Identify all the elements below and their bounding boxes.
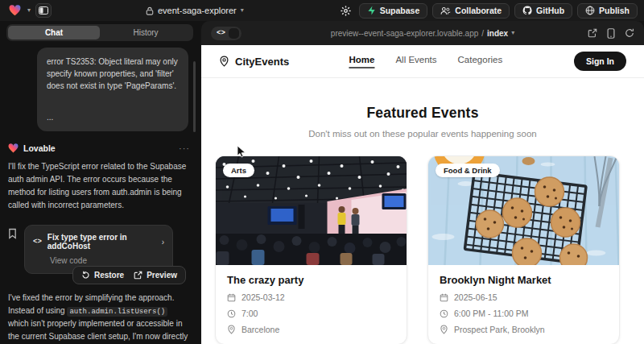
globe-icon [585,6,595,15]
code-edit-title-row: <> Fix type type error in addCoHost › [33,233,164,251]
event-card-body: The crazy party 2025-03-12 [216,265,407,344]
event-image-cookies: Food & Drink [428,156,619,265]
event-cards: Arts The crazy party 2025-03-12 [201,139,644,344]
settings-button[interactable] [338,2,354,19]
map-pin-icon [440,325,448,334]
calendar-icon [440,293,448,302]
user-error-text: error TS2353: Object literal may only sp… [47,56,179,92]
refresh-icon[interactable] [625,28,634,38]
event-time-row: 6:00 PM - 11:00 PM [440,309,608,318]
event-location: Prospect Park, Brooklyn [454,325,545,334]
code-edit-cardwrap: <> Fix type type error in addCoHost › Vi… [24,225,173,274]
chat-sidebar: Chat History error TS2353: Object litera… [0,21,200,344]
code-edit-title: Fix type type error in addCoHost [47,233,156,251]
event-time: 7:00 [242,309,258,318]
open-in-new-icon[interactable] [588,28,597,38]
external-link-icon [134,271,142,280]
user-message-bubble: error TS2353: Object literal may only sp… [37,48,188,131]
tab-chat[interactable]: Chat [8,26,100,39]
lock-icon [146,6,154,15]
preview-toolbar: <> preview--event-saga-explorer.lovable.… [201,21,644,45]
restore-icon [81,271,90,280]
category-badge: Arts [223,164,254,177]
site-header: CityEvents Home All Events Categories Si… [201,45,644,78]
toggle-sidebar-button[interactable] [35,3,52,18]
publish-button[interactable]: Publish [577,3,638,19]
nav-all-events[interactable]: All Events [395,55,436,68]
gear-icon [341,6,351,16]
supabase-icon [367,6,376,15]
inline-code-listusers: auth.admin.listUsers() [67,307,167,317]
event-image-conference: Arts [216,156,407,265]
event-title: The crazy party [227,274,395,286]
event-card-body: Brooklyn Night Market 2025-06-15 [428,265,619,344]
chevron-down-icon: ▾ [241,7,244,14]
clock-icon [227,309,236,318]
restore-button[interactable]: Restore [81,271,124,280]
project-selector[interactable]: event-saga-explorer ▾ [146,6,244,15]
github-button[interactable]: GitHub [514,3,572,19]
code-icon: <> [33,238,42,246]
featured-heading: Featured Events [201,105,644,122]
collaborate-users-icon [440,6,451,15]
supabase-button[interactable]: Supabase [359,3,428,19]
clock-icon [440,309,448,318]
nav-home[interactable]: Home [349,55,374,68]
tab-history[interactable]: History [100,26,192,39]
event-location: Barcelone [242,325,279,334]
assistant-paragraph-2: I've fixed the error by simplifying the … [8,292,188,344]
chat-history-tabs: Chat History [6,24,193,41]
preview-url-path: index [487,29,508,38]
mobile-device-icon[interactable] [607,28,615,39]
user-message-ellipsis: ... [47,111,179,123]
app-window: ▾ event-saga-explorer ▾ [0,0,644,344]
version-actions: Restore Preview [72,266,186,284]
lovable-logo-menu[interactable] [6,2,23,19]
category-badge: Food & Drink [436,164,500,177]
map-pin-icon [219,56,229,67]
calendar-icon [227,293,236,302]
chat-scrollbar[interactable] [193,61,196,132]
chevron-down-icon: ▾ [27,7,31,14]
event-time: 6:00 PM - 11:00 PM [454,309,529,318]
topbar-left: ▾ [6,2,52,19]
event-date: 2025-06-15 [454,292,497,302]
preview-button[interactable]: Preview [134,271,177,280]
event-date: 2025-03-12 [242,292,285,302]
assistant-paragraph-1: I'll fix the TypeScript error related to… [8,160,188,212]
event-title: Brooklyn Night Market [440,274,608,286]
preview-url[interactable]: preview--event-saga-explorer.lovable.app… [331,29,514,38]
chevron-right-icon: › [162,238,164,247]
nav-categories[interactable]: Categories [458,55,503,68]
chevron-down-icon: ▾ [511,30,514,36]
event-card-night-market[interactable]: Food & Drink Brooklyn Night Market 2025-… [427,155,620,344]
preview-url-host: preview--event-saga-explorer.lovable.app [331,29,478,38]
collaborate-button[interactable]: Collaborate [432,3,510,19]
site-nav: Home All Events Categories [349,55,502,68]
topbar: ▾ event-saga-explorer ▾ [0,0,644,21]
featured-subheading: Don't miss out on these popular events h… [201,129,644,139]
sign-in-button[interactable]: Sign In [574,52,626,71]
event-location-row: Prospect Park, Brooklyn [440,325,608,334]
lovable-heart-icon [8,143,19,153]
message-menu-button[interactable]: ··· [179,143,190,153]
preview-toolbar-icons [588,28,634,39]
event-date-row: 2025-03-12 [227,292,395,302]
event-time-row: 7:00 [227,309,395,318]
assistant-name: Lovable [23,143,56,153]
bookmark-icon[interactable] [8,228,17,242]
event-location-row: Barcelone [227,325,395,334]
featured-section-header: Featured Events Don't miss out on these … [201,105,644,139]
site-brand[interactable]: CityEvents [219,56,289,68]
lovable-heart-icon [9,5,21,16]
code-view-toggle[interactable]: <> [211,27,242,40]
map-pin-icon [227,325,236,334]
event-card-crazy-party[interactable]: Arts The crazy party 2025-03-12 [215,155,407,344]
view-code-link[interactable]: View code [50,256,164,265]
site-preview: CityEvents Home All Events Categories Si… [201,45,644,344]
github-icon [522,6,532,15]
preview-panel: <> preview--event-saga-explorer.lovable.… [201,21,644,344]
topbar-actions: Supabase Collaborate GitHub [338,2,638,19]
project-name: event-saga-explorer [158,6,237,15]
toggle-knob [229,28,239,39]
